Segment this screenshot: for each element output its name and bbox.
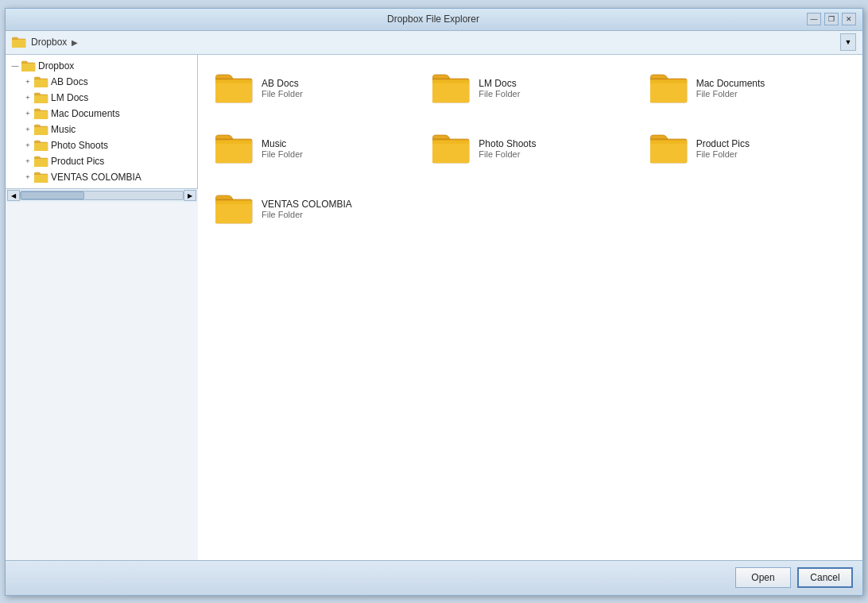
file-folder-icon-music (215, 133, 254, 164)
file-explorer-window: Dropbox File Explorer — ❐ ✕ Dropbox ▶ ▼ … (5, 8, 863, 596)
restore-button[interactable]: ❐ (824, 13, 839, 25)
tree-panel: — Dropbox + (6, 55, 198, 188)
tree-node-photo-shoots[interactable]: + Photo Shoots (18, 137, 197, 153)
content-area: — Dropbox + (6, 55, 862, 560)
tree-children: + AB Docs + (6, 74, 197, 185)
svg-rect-15 (34, 159, 48, 167)
file-info-mac-documents: Mac Documents File Folder (696, 78, 765, 99)
close-button[interactable]: ✕ (842, 13, 856, 25)
file-info-ab-docs: AB Docs File Folder (262, 78, 303, 99)
address-arrow-icon: ▶ (72, 38, 78, 47)
svg-rect-35 (650, 141, 687, 144)
scroll-left-button[interactable]: ◀ (7, 190, 20, 201)
bottom-bar: Open Cancel (6, 560, 862, 595)
file-folder-icon-ab-docs (215, 72, 254, 104)
file-type-mac-documents: File Folder (696, 89, 765, 99)
tree-expand-ventas-colombia[interactable]: + (21, 171, 34, 184)
file-item-product-pics[interactable]: Product Pics File Folder (645, 128, 850, 169)
file-name-ventas-colombia: VENTAS COLOMBIA (262, 199, 352, 210)
file-folder-icon-lm-docs (432, 72, 471, 104)
address-dropdown-button[interactable]: ▼ (840, 33, 856, 51)
window-title: Dropbox File Explorer (60, 14, 807, 25)
svg-rect-19 (215, 80, 252, 102)
tree-folder-icon-ventas-colombia (34, 172, 48, 183)
svg-rect-32 (432, 141, 469, 144)
file-type-product-pics: File Folder (696, 149, 750, 159)
tree-label-ventas-colombia: VENTAS COLOMBIA (51, 172, 141, 183)
scrollbar-thumb[interactable] (21, 191, 84, 199)
cancel-button[interactable]: Cancel (797, 567, 853, 588)
file-item-ventas-colombia[interactable]: VENTAS COLOMBIA File Folder (211, 188, 415, 230)
tree-label-ab-docs: AB Docs (51, 76, 88, 87)
tree-expand-mac-documents[interactable]: + (21, 107, 34, 120)
tree-root-expand[interactable]: — (9, 60, 21, 72)
tree-expand-music[interactable]: + (21, 123, 34, 136)
tree-expand-ab-docs[interactable]: + (21, 75, 34, 88)
svg-rect-23 (432, 80, 469, 83)
tree-label-lm-docs: LM Docs (51, 92, 88, 103)
svg-rect-1 (12, 40, 25, 48)
tree-node-music[interactable]: + Music (18, 122, 197, 137)
tree-folder-icon-lm-docs (34, 92, 48, 103)
tree-node-product-pics[interactable]: + Product Pics (18, 153, 197, 169)
tree-label-photo-shoots: Photo Shoots (51, 140, 108, 151)
tree-expand-lm-docs[interactable]: + (21, 91, 34, 104)
svg-rect-25 (650, 80, 687, 102)
file-item-music[interactable]: Music File Folder (211, 128, 415, 169)
tree-folder-icon-mac-documents (34, 108, 48, 119)
tree-node-lm-docs[interactable]: + LM Docs (18, 90, 197, 106)
file-info-ventas-colombia: VENTAS COLOMBIA File Folder (262, 199, 352, 219)
tree-root-folder-icon (21, 60, 36, 72)
file-item-lm-docs[interactable]: LM Docs File Folder (428, 68, 632, 109)
svg-rect-11 (34, 127, 48, 135)
open-button[interactable]: Open (735, 567, 791, 588)
tree-root-label: Dropbox (38, 60, 74, 72)
file-name-photo-shoots: Photo Shoots (479, 138, 536, 149)
file-info-photo-shoots: Photo Shoots File Folder (479, 138, 536, 159)
scrollbar-track[interactable] (20, 191, 184, 200)
file-info-lm-docs: LM Docs File Folder (479, 78, 520, 99)
file-folder-icon-product-pics (650, 133, 688, 164)
svg-rect-13 (34, 143, 48, 151)
address-bar: Dropbox ▶ ▼ (6, 31, 862, 55)
files-grid: AB Docs File Folder LM Docs File Folder (211, 68, 850, 230)
file-item-mac-documents[interactable]: Mac Documents File Folder (645, 68, 850, 109)
file-folder-icon-photo-shoots (432, 133, 471, 164)
file-type-lm-docs: File Folder (479, 89, 520, 99)
files-panel: AB Docs File Folder LM Docs File Folder (198, 55, 862, 560)
address-folder-icon (12, 37, 26, 48)
tree-node-mac-documents[interactable]: + Mac Documents (18, 106, 197, 122)
tree-label-mac-documents: Mac Documents (51, 108, 120, 119)
file-name-music: Music (262, 138, 303, 149)
svg-rect-38 (215, 201, 252, 204)
tree-scrollbar: ◀ ▶ (6, 188, 198, 203)
file-folder-icon-ventas-colombia (215, 193, 254, 225)
tree-folder-icon-music (34, 124, 48, 135)
svg-rect-20 (215, 80, 252, 83)
window-controls: — ❐ ✕ (807, 13, 856, 25)
tree-node-ab-docs[interactable]: + AB Docs (18, 74, 197, 90)
svg-rect-7 (34, 95, 48, 103)
file-name-lm-docs: LM Docs (479, 78, 520, 89)
tree-expand-product-pics[interactable]: + (21, 155, 34, 168)
tree-folder-icon-photo-shoots (34, 140, 48, 151)
tree-root-node[interactable]: — Dropbox (6, 58, 197, 74)
file-item-ab-docs[interactable]: AB Docs File Folder (211, 68, 415, 109)
file-name-product-pics: Product Pics (696, 138, 750, 149)
svg-rect-31 (432, 141, 469, 163)
title-bar: Dropbox File Explorer — ❐ ✕ (6, 9, 862, 31)
tree-expand-photo-shoots[interactable]: + (21, 139, 34, 152)
file-type-ventas-colombia: File Folder (262, 210, 352, 219)
tree-folder-icon-product-pics (34, 156, 48, 167)
minimize-button[interactable]: — (807, 13, 821, 25)
file-item-photo-shoots[interactable]: Photo Shoots File Folder (428, 128, 632, 169)
svg-rect-28 (215, 141, 252, 163)
file-type-music: File Folder (262, 149, 303, 159)
file-folder-icon-mac-documents (650, 72, 688, 104)
tree-label-music: Music (51, 124, 76, 135)
svg-rect-17 (34, 175, 48, 183)
tree-node-ventas-colombia[interactable]: + VENTAS COLOMBIA (18, 169, 197, 185)
tree-folder-icon-ab-docs (34, 76, 48, 87)
scroll-right-button[interactable]: ▶ (184, 190, 196, 201)
file-name-mac-documents: Mac Documents (696, 78, 765, 89)
